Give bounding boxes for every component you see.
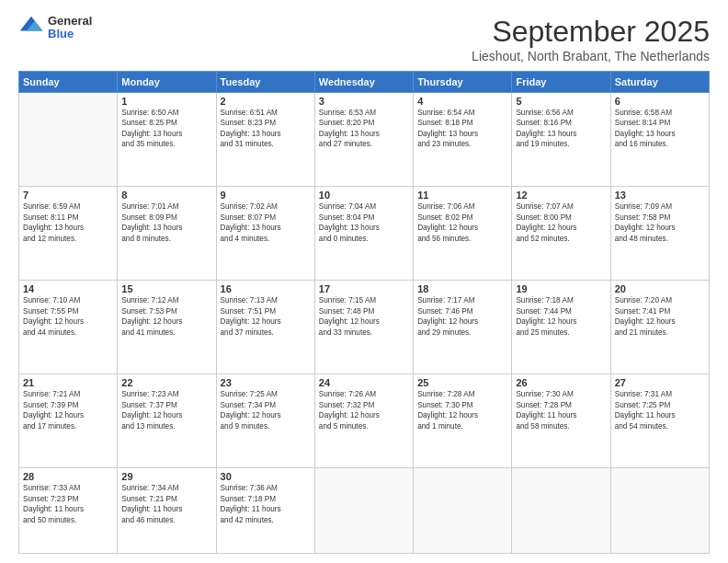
day-cell: 19Sunrise: 7:18 AM Sunset: 7:44 PM Dayli… [512,281,610,374]
day-number: 28 [23,471,113,482]
day-number: 26 [516,377,606,388]
day-cell: 30Sunrise: 7:36 AM Sunset: 7:18 PM Dayli… [216,468,314,554]
day-info: Sunrise: 7:23 AM Sunset: 7:37 PM Dayligh… [121,389,211,431]
day-number: 29 [121,471,211,482]
weekday-header-friday: Friday [512,72,610,93]
day-cell [414,468,512,554]
weekday-header-wednesday: Wednesday [314,72,413,93]
day-number: 19 [516,283,606,294]
day-cell: 23Sunrise: 7:25 AM Sunset: 7:34 PM Dayli… [216,374,314,468]
day-info: Sunrise: 7:25 AM Sunset: 7:34 PM Dayligh… [221,389,311,431]
day-number: 7 [23,190,113,201]
logo-text: General Blue [48,15,92,41]
day-number: 22 [121,377,211,388]
day-info: Sunrise: 7:10 AM Sunset: 7:55 PM Dayligh… [23,295,113,338]
calendar-table: SundayMondayTuesdayWednesdayThursdayFrid… [18,71,710,554]
day-number: 6 [615,96,705,107]
day-info: Sunrise: 7:13 AM Sunset: 7:51 PM Dayligh… [221,295,311,338]
day-cell: 1Sunrise: 6:50 AM Sunset: 8:25 PM Daylig… [118,93,216,187]
day-number: 10 [319,190,409,201]
day-number: 15 [121,283,211,294]
day-cell: 18Sunrise: 7:17 AM Sunset: 7:46 PM Dayli… [414,281,512,374]
logo-blue: Blue [48,28,92,40]
day-info: Sunrise: 7:34 AM Sunset: 7:21 PM Dayligh… [121,483,211,525]
day-number: 3 [319,96,409,107]
day-info: Sunrise: 6:58 AM Sunset: 8:14 PM Dayligh… [615,108,705,150]
day-number: 27 [615,377,705,388]
day-cell: 12Sunrise: 7:07 AM Sunset: 8:00 PM Dayli… [512,187,610,281]
logo: General Blue [18,15,92,41]
day-number: 11 [417,190,507,201]
day-cell: 26Sunrise: 7:30 AM Sunset: 7:28 PM Dayli… [512,374,610,468]
day-info: Sunrise: 6:56 AM Sunset: 8:16 PM Dayligh… [516,108,606,150]
weekday-header-thursday: Thursday [414,72,512,93]
day-info: Sunrise: 7:18 AM Sunset: 7:44 PM Dayligh… [516,295,606,338]
day-info: Sunrise: 7:15 AM Sunset: 7:48 PM Dayligh… [319,295,409,338]
day-cell: 6Sunrise: 6:58 AM Sunset: 8:14 PM Daylig… [610,93,709,187]
week-row-3: 21Sunrise: 7:21 AM Sunset: 7:39 PM Dayli… [19,374,710,468]
day-info: Sunrise: 6:53 AM Sunset: 8:20 PM Dayligh… [319,108,409,150]
day-number: 23 [221,377,311,388]
header: General Blue September 2025 Lieshout, No… [18,15,710,63]
day-info: Sunrise: 7:09 AM Sunset: 7:58 PM Dayligh… [615,201,705,244]
day-cell [19,93,118,187]
day-number: 1 [121,96,211,107]
day-info: Sunrise: 7:31 AM Sunset: 7:25 PM Dayligh… [615,389,705,431]
day-number: 17 [319,283,409,294]
day-info: Sunrise: 6:50 AM Sunset: 8:25 PM Dayligh… [121,108,211,150]
day-number: 18 [417,283,507,294]
day-info: Sunrise: 7:26 AM Sunset: 7:32 PM Dayligh… [319,389,409,431]
day-cell: 28Sunrise: 7:33 AM Sunset: 7:23 PM Dayli… [19,468,118,554]
day-info: Sunrise: 7:30 AM Sunset: 7:28 PM Dayligh… [516,389,606,431]
day-number: 21 [23,377,113,388]
day-cell [610,468,709,554]
day-info: Sunrise: 7:07 AM Sunset: 8:00 PM Dayligh… [516,201,606,244]
logo-general: General [48,15,92,28]
day-info: Sunrise: 7:33 AM Sunset: 7:23 PM Dayligh… [23,483,113,525]
week-row-1: 7Sunrise: 6:59 AM Sunset: 8:11 PM Daylig… [19,187,710,281]
week-row-0: 1Sunrise: 6:50 AM Sunset: 8:25 PM Daylig… [19,93,710,187]
day-cell: 22Sunrise: 7:23 AM Sunset: 7:37 PM Dayli… [118,374,216,468]
day-number: 25 [417,377,507,388]
day-number: 30 [221,471,311,482]
day-number: 20 [615,283,705,294]
weekday-header-row: SundayMondayTuesdayWednesdayThursdayFrid… [19,72,710,93]
day-cell: 14Sunrise: 7:10 AM Sunset: 7:55 PM Dayli… [19,281,118,374]
day-cell: 16Sunrise: 7:13 AM Sunset: 7:51 PM Dayli… [216,281,314,374]
day-info: Sunrise: 7:01 AM Sunset: 8:09 PM Dayligh… [121,201,211,244]
day-cell: 20Sunrise: 7:20 AM Sunset: 7:41 PM Dayli… [610,281,709,374]
day-cell [512,468,610,554]
day-cell: 7Sunrise: 6:59 AM Sunset: 8:11 PM Daylig… [19,187,118,281]
weekday-header-saturday: Saturday [610,72,709,93]
day-info: Sunrise: 7:06 AM Sunset: 8:02 PM Dayligh… [417,201,507,244]
day-number: 14 [23,283,113,294]
day-number: 12 [516,190,606,201]
weekday-header-sunday: Sunday [19,72,118,93]
day-cell: 27Sunrise: 7:31 AM Sunset: 7:25 PM Dayli… [610,374,709,468]
weekday-header-tuesday: Tuesday [216,72,314,93]
day-cell: 17Sunrise: 7:15 AM Sunset: 7:48 PM Dayli… [314,281,413,374]
week-row-4: 28Sunrise: 7:33 AM Sunset: 7:23 PM Dayli… [19,468,710,554]
day-number: 24 [319,377,409,388]
weekday-header-monday: Monday [118,72,216,93]
month-title: September 2025 [472,15,710,49]
day-cell: 29Sunrise: 7:34 AM Sunset: 7:21 PM Dayli… [118,468,216,554]
day-info: Sunrise: 6:59 AM Sunset: 8:11 PM Dayligh… [23,201,113,244]
day-info: Sunrise: 6:54 AM Sunset: 8:18 PM Dayligh… [417,108,507,150]
day-cell: 10Sunrise: 7:04 AM Sunset: 8:04 PM Dayli… [314,187,413,281]
day-cell: 5Sunrise: 6:56 AM Sunset: 8:16 PM Daylig… [512,93,610,187]
week-row-2: 14Sunrise: 7:10 AM Sunset: 7:55 PM Dayli… [19,281,710,374]
logo-icon [18,15,44,40]
day-number: 8 [121,190,211,201]
day-info: Sunrise: 7:20 AM Sunset: 7:41 PM Dayligh… [615,295,705,338]
day-cell: 25Sunrise: 7:28 AM Sunset: 7:30 PM Dayli… [414,374,512,468]
day-info: Sunrise: 7:28 AM Sunset: 7:30 PM Dayligh… [417,389,507,431]
day-cell: 4Sunrise: 6:54 AM Sunset: 8:18 PM Daylig… [414,93,512,187]
day-cell [314,468,413,554]
day-number: 13 [615,190,705,201]
day-number: 2 [221,96,311,107]
day-cell: 15Sunrise: 7:12 AM Sunset: 7:53 PM Dayli… [118,281,216,374]
day-info: Sunrise: 7:17 AM Sunset: 7:46 PM Dayligh… [417,295,507,338]
location: Lieshout, North Brabant, The Netherlands [472,49,710,63]
day-cell: 9Sunrise: 7:02 AM Sunset: 8:07 PM Daylig… [216,187,314,281]
